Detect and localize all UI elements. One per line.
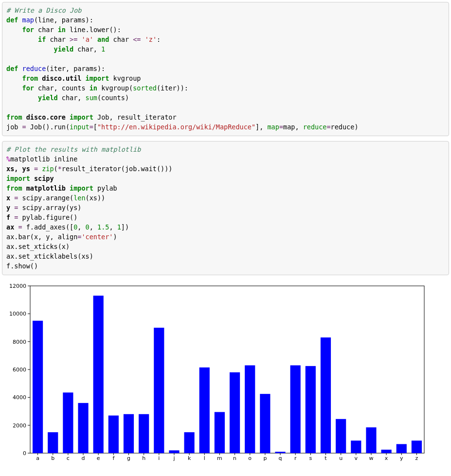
svg-text:6000: 6000 bbox=[13, 367, 26, 373]
svg-text:i: i bbox=[158, 455, 160, 461]
kw-in: in bbox=[58, 26, 66, 34]
colon: : bbox=[157, 35, 161, 43]
magic-percent: % bbox=[6, 155, 10, 163]
sep: , bbox=[295, 123, 303, 131]
magic-name: matplotlib inline bbox=[10, 155, 77, 163]
bar-u bbox=[336, 419, 346, 453]
bar-w bbox=[366, 427, 376, 453]
svg-text:a: a bbox=[36, 455, 39, 461]
expr: ax.set_xticks(x) bbox=[6, 243, 70, 250]
expr: (counts) bbox=[97, 94, 129, 102]
paren: ( bbox=[54, 165, 58, 173]
kwarg-reduce: reduce bbox=[303, 123, 327, 131]
builtin-zip: zip bbox=[42, 165, 54, 173]
svg-text:r: r bbox=[294, 455, 297, 461]
kw-if: if bbox=[38, 35, 46, 43]
str: 'a' bbox=[82, 35, 93, 43]
expr: f.show() bbox=[6, 262, 38, 270]
svg-text:c: c bbox=[67, 455, 70, 461]
svg-text:g: g bbox=[127, 455, 130, 461]
bar-d bbox=[78, 403, 88, 453]
kw-yield: yield bbox=[38, 94, 58, 102]
builtin-sum: sum bbox=[86, 94, 97, 102]
op-eq: = bbox=[326, 123, 330, 131]
svg-text:m: m bbox=[217, 455, 222, 461]
sep: , bbox=[109, 223, 117, 231]
kw-import: import bbox=[70, 184, 93, 192]
ids: Job, result_iterator bbox=[97, 113, 177, 121]
expr: result_iterator(job.wait())) bbox=[62, 165, 173, 173]
kw-in: in bbox=[90, 84, 97, 92]
svg-text:d: d bbox=[82, 455, 85, 461]
svg-text:z: z bbox=[415, 455, 418, 461]
bar-r bbox=[290, 365, 301, 453]
bar-e bbox=[93, 296, 104, 453]
svg-text:12000: 12000 bbox=[9, 283, 26, 289]
svg-text:v: v bbox=[355, 455, 358, 461]
kw-def: def bbox=[6, 16, 18, 24]
expr: (iter)): bbox=[157, 84, 188, 92]
sp bbox=[38, 165, 42, 173]
bar-b bbox=[48, 432, 58, 453]
bar-f bbox=[108, 416, 119, 453]
svg-text:h: h bbox=[142, 455, 145, 461]
id: char bbox=[77, 45, 93, 53]
bar-p bbox=[260, 394, 270, 453]
id: char bbox=[62, 94, 78, 102]
svg-text:t: t bbox=[325, 455, 327, 461]
kw-yield: yield bbox=[54, 45, 74, 53]
svg-text:k: k bbox=[188, 455, 191, 461]
id: char bbox=[113, 35, 129, 43]
op-eq: = bbox=[18, 223, 22, 231]
id: kvgroup bbox=[113, 74, 141, 82]
op-eq: = bbox=[22, 123, 26, 131]
svg-text:8000: 8000 bbox=[13, 339, 26, 345]
kw-import: import bbox=[86, 74, 109, 82]
svg-text:j: j bbox=[173, 455, 175, 461]
expr: ax.set_xticklabels(xs) bbox=[6, 252, 93, 260]
comma: , bbox=[77, 94, 85, 102]
fn-map: map bbox=[22, 16, 34, 24]
code-cell-2: # Plot the results with matplotlib %matp… bbox=[2, 141, 449, 275]
op-star: * bbox=[58, 165, 62, 173]
id: x bbox=[6, 194, 14, 202]
bar-v bbox=[351, 441, 361, 453]
comma: , bbox=[93, 45, 101, 53]
chart-output: 020004000600080001000012000abcdefghijklm… bbox=[2, 280, 449, 462]
bar-g bbox=[124, 414, 134, 453]
close: ) bbox=[113, 233, 117, 241]
svg-text:2000: 2000 bbox=[13, 423, 26, 429]
module: pylab bbox=[97, 184, 117, 192]
kwarg-input: input bbox=[70, 123, 90, 131]
svg-text:q: q bbox=[279, 455, 282, 461]
expr: kvgroup( bbox=[101, 84, 133, 92]
comment: # Write a Disco Job bbox=[6, 6, 81, 14]
num: 1 bbox=[101, 45, 105, 53]
expr: Job().run( bbox=[26, 123, 70, 131]
expr: scipy.arange( bbox=[18, 194, 73, 202]
code-cell-1: # Write a Disco Job def map(line, params… bbox=[2, 2, 449, 136]
bar-m bbox=[215, 412, 225, 453]
expr: scipy.array(ys) bbox=[18, 204, 81, 212]
svg-rect-0 bbox=[30, 286, 424, 453]
svg-text:x: x bbox=[385, 455, 388, 461]
sig: (line, params): bbox=[34, 16, 93, 24]
op-le: <= bbox=[133, 35, 141, 43]
svg-text:w: w bbox=[369, 455, 373, 461]
svg-text:n: n bbox=[233, 455, 236, 461]
id: char bbox=[38, 26, 54, 34]
num: 1 bbox=[117, 223, 121, 231]
op-eq: = bbox=[279, 123, 283, 131]
bar-c bbox=[63, 392, 73, 453]
fn-reduce: reduce bbox=[22, 65, 46, 72]
svg-text:b: b bbox=[51, 455, 54, 461]
bar-chart: 020004000600080001000012000abcdefghijklm… bbox=[6, 282, 429, 462]
str: 'z' bbox=[145, 35, 157, 43]
expr: pylab.figure() bbox=[18, 213, 77, 221]
bar-q bbox=[275, 452, 285, 453]
bar-l bbox=[199, 368, 210, 453]
kw-and: and bbox=[97, 35, 109, 43]
svg-text:f: f bbox=[112, 455, 115, 461]
bar-j bbox=[169, 450, 179, 453]
bar-y bbox=[397, 444, 407, 453]
